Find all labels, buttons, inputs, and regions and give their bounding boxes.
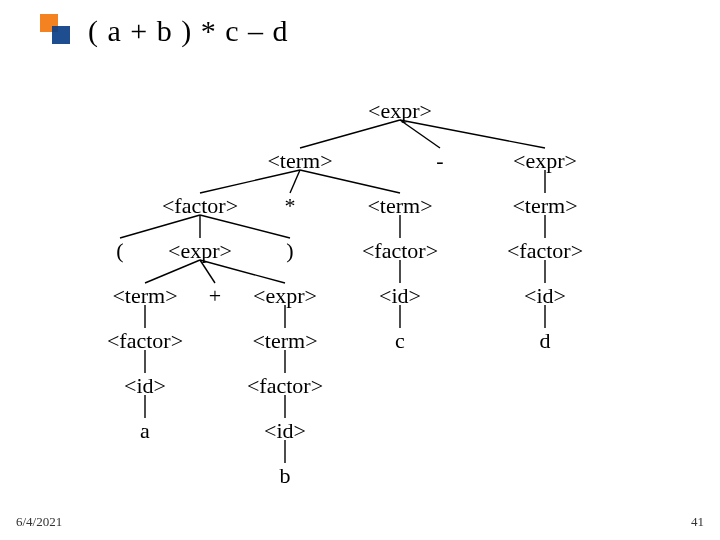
node-rparen: ) [286, 238, 293, 264]
node-expr-b: <expr> [253, 283, 317, 309]
node-star: * [285, 193, 296, 219]
node-b: b [280, 463, 291, 489]
svg-line-0 [300, 120, 400, 148]
node-id-c: <id> [379, 283, 421, 309]
node-term-c: <term> [367, 193, 432, 219]
node-id-a: <id> [124, 373, 166, 399]
node-id-d: <id> [524, 283, 566, 309]
node-factor-b: <factor> [247, 373, 323, 399]
node-a: a [140, 418, 150, 444]
node-term-d: <term> [512, 193, 577, 219]
node-term-a: <term> [112, 283, 177, 309]
node-minus: - [436, 148, 443, 174]
node-term-b: <term> [252, 328, 317, 354]
node-expr-root: <expr> [368, 98, 432, 124]
tree-edges [0, 0, 720, 540]
svg-line-2 [400, 120, 545, 148]
node-factor-d: <factor> [507, 238, 583, 264]
node-term-left: <term> [267, 148, 332, 174]
footer-date: 6/4/2021 [16, 514, 62, 530]
parse-tree-diagram: <expr> <term> - <expr> <factor> * <term>… [0, 0, 720, 540]
node-plus: + [209, 283, 221, 309]
node-factor-left: <factor> [162, 193, 238, 219]
node-expr-ab: <expr> [168, 238, 232, 264]
node-c: c [395, 328, 405, 354]
node-factor-c: <factor> [362, 238, 438, 264]
node-id-b: <id> [264, 418, 306, 444]
node-factor-a: <factor> [107, 328, 183, 354]
node-lparen: ( [116, 238, 123, 264]
node-d: d [540, 328, 551, 354]
node-expr-right: <expr> [513, 148, 577, 174]
footer-page-number: 41 [691, 514, 704, 530]
